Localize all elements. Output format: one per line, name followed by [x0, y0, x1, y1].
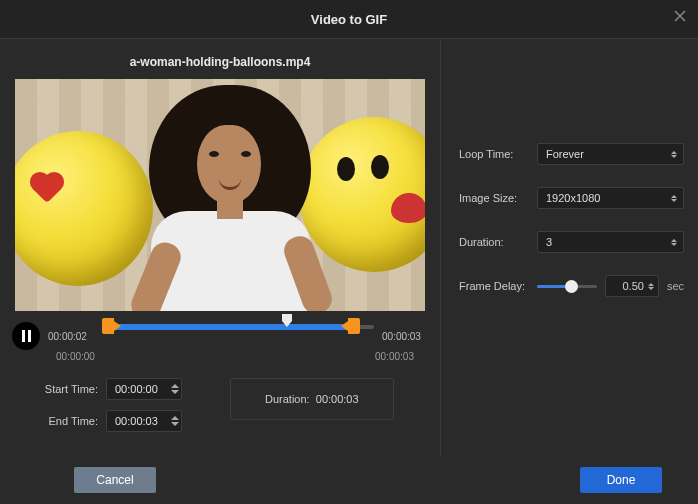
- end-time-input[interactable]: 00:00:03: [106, 410, 182, 432]
- cancel-button[interactable]: Cancel: [74, 467, 156, 493]
- loop-time-select[interactable]: Forever: [537, 143, 684, 165]
- video-to-gif-dialog: Video to GIF a-woman-holding-balloons.mp…: [0, 0, 698, 504]
- kiss-icon: [391, 193, 425, 223]
- done-button[interactable]: Done: [580, 467, 662, 493]
- start-time-stepper[interactable]: [171, 384, 179, 394]
- trim-handle-end[interactable]: [348, 318, 360, 334]
- filename-label: a-woman-holding-balloons.mp4: [8, 55, 432, 69]
- chevron-updown-icon: [671, 151, 677, 158]
- trim-track[interactable]: [104, 322, 374, 350]
- pause-icon: [22, 330, 31, 342]
- footer: Cancel Done: [0, 456, 698, 504]
- end-time-label: End Time:: [38, 415, 98, 427]
- chevron-updown-icon: [671, 195, 677, 202]
- start-time-input[interactable]: 00:00:00: [106, 378, 182, 400]
- playback-controls: 00:00:02 00:00:03 00:00:00 00:00:03: [10, 319, 430, 432]
- balloon-eye: [337, 157, 355, 181]
- video-preview[interactable]: [15, 79, 425, 311]
- seconds-unit: sec: [667, 280, 684, 292]
- image-size-label: Image Size:: [459, 192, 537, 204]
- slider-knob[interactable]: [565, 280, 578, 293]
- chevron-updown-icon: [671, 239, 677, 246]
- selection-range: [104, 324, 356, 330]
- chevron-updown-icon: [648, 283, 654, 290]
- end-time-stepper[interactable]: [171, 416, 179, 426]
- duration-select[interactable]: 3: [537, 231, 684, 253]
- person: [135, 85, 325, 311]
- heart-eye-icon: [33, 175, 61, 203]
- frame-delay-value[interactable]: 0.50: [605, 275, 659, 297]
- left-panel: a-woman-holding-balloons.mp4: [0, 39, 440, 456]
- balloon-eye: [371, 155, 389, 179]
- start-time-label: Start Time:: [38, 383, 98, 395]
- time-fields: Start Time: 00:00:00 End Time: 00:00:03: [10, 378, 430, 432]
- image-size-select[interactable]: 1920x1080: [537, 187, 684, 209]
- titlebar: Video to GIF: [0, 0, 698, 39]
- duration-label: Duration:: [459, 236, 537, 248]
- trim-handle-start[interactable]: [102, 318, 114, 334]
- dialog-body: a-woman-holding-balloons.mp4: [0, 39, 698, 456]
- playhead[interactable]: [280, 314, 294, 328]
- pause-button[interactable]: [12, 322, 40, 350]
- dialog-title: Video to GIF: [311, 12, 387, 27]
- current-time: 00:00:02: [48, 331, 96, 342]
- right-panel: Loop Time: Forever Image Size: 1920x1080…: [440, 39, 698, 456]
- close-icon[interactable]: [672, 8, 688, 24]
- end-time: 00:00:03: [382, 331, 430, 342]
- duration-display: Duration: 00:00:03: [230, 378, 394, 420]
- svg-marker-0: [282, 314, 292, 327]
- frame-delay-slider[interactable]: [537, 279, 597, 293]
- range-end-label: 00:00:03: [375, 351, 414, 362]
- frame-delay-label: Frame Delay:: [459, 280, 537, 292]
- range-start-label: 00:00:00: [56, 351, 104, 362]
- loop-time-label: Loop Time:: [459, 148, 537, 160]
